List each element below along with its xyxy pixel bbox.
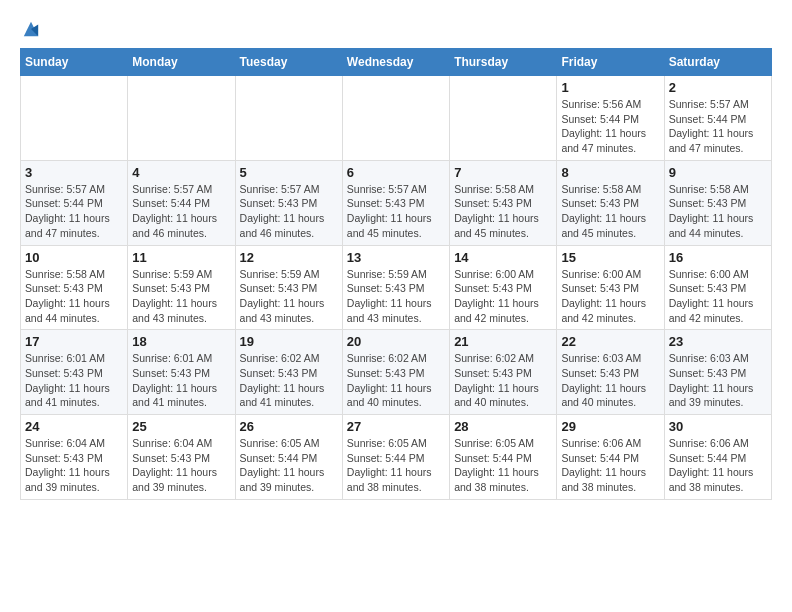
day-number: 5 <box>240 165 338 180</box>
calendar-cell: 24Sunrise: 6:04 AM Sunset: 5:43 PM Dayli… <box>21 415 128 500</box>
day-info: Sunrise: 5:57 AM Sunset: 5:44 PM Dayligh… <box>669 97 767 156</box>
day-number: 26 <box>240 419 338 434</box>
day-info: Sunrise: 6:00 AM Sunset: 5:43 PM Dayligh… <box>669 267 767 326</box>
day-number: 24 <box>25 419 123 434</box>
calendar-cell <box>450 76 557 161</box>
calendar-cell: 11Sunrise: 5:59 AM Sunset: 5:43 PM Dayli… <box>128 245 235 330</box>
day-number: 21 <box>454 334 552 349</box>
calendar-cell: 17Sunrise: 6:01 AM Sunset: 5:43 PM Dayli… <box>21 330 128 415</box>
day-info: Sunrise: 5:58 AM Sunset: 5:43 PM Dayligh… <box>561 182 659 241</box>
column-header-thursday: Thursday <box>450 49 557 76</box>
day-info: Sunrise: 6:04 AM Sunset: 5:43 PM Dayligh… <box>25 436 123 495</box>
day-number: 2 <box>669 80 767 95</box>
day-number: 12 <box>240 250 338 265</box>
day-number: 14 <box>454 250 552 265</box>
calendar-week-row: 17Sunrise: 6:01 AM Sunset: 5:43 PM Dayli… <box>21 330 772 415</box>
calendar-cell <box>342 76 449 161</box>
calendar-cell: 16Sunrise: 6:00 AM Sunset: 5:43 PM Dayli… <box>664 245 771 330</box>
column-header-sunday: Sunday <box>21 49 128 76</box>
logo <box>20 20 40 38</box>
calendar-cell: 26Sunrise: 6:05 AM Sunset: 5:44 PM Dayli… <box>235 415 342 500</box>
day-number: 4 <box>132 165 230 180</box>
day-number: 16 <box>669 250 767 265</box>
day-info: Sunrise: 5:59 AM Sunset: 5:43 PM Dayligh… <box>132 267 230 326</box>
day-info: Sunrise: 5:56 AM Sunset: 5:44 PM Dayligh… <box>561 97 659 156</box>
calendar-header-row: SundayMondayTuesdayWednesdayThursdayFrid… <box>21 49 772 76</box>
calendar-cell: 29Sunrise: 6:06 AM Sunset: 5:44 PM Dayli… <box>557 415 664 500</box>
day-info: Sunrise: 5:59 AM Sunset: 5:43 PM Dayligh… <box>240 267 338 326</box>
day-info: Sunrise: 5:57 AM Sunset: 5:44 PM Dayligh… <box>25 182 123 241</box>
day-number: 27 <box>347 419 445 434</box>
day-info: Sunrise: 6:02 AM Sunset: 5:43 PM Dayligh… <box>454 351 552 410</box>
day-info: Sunrise: 6:01 AM Sunset: 5:43 PM Dayligh… <box>25 351 123 410</box>
day-number: 9 <box>669 165 767 180</box>
calendar-cell: 25Sunrise: 6:04 AM Sunset: 5:43 PM Dayli… <box>128 415 235 500</box>
day-number: 11 <box>132 250 230 265</box>
calendar-cell: 12Sunrise: 5:59 AM Sunset: 5:43 PM Dayli… <box>235 245 342 330</box>
day-info: Sunrise: 6:05 AM Sunset: 5:44 PM Dayligh… <box>347 436 445 495</box>
day-number: 1 <box>561 80 659 95</box>
calendar-cell: 30Sunrise: 6:06 AM Sunset: 5:44 PM Dayli… <box>664 415 771 500</box>
day-number: 28 <box>454 419 552 434</box>
day-info: Sunrise: 5:59 AM Sunset: 5:43 PM Dayligh… <box>347 267 445 326</box>
calendar-cell: 4Sunrise: 5:57 AM Sunset: 5:44 PM Daylig… <box>128 160 235 245</box>
day-number: 17 <box>25 334 123 349</box>
day-number: 8 <box>561 165 659 180</box>
calendar-cell: 18Sunrise: 6:01 AM Sunset: 5:43 PM Dayli… <box>128 330 235 415</box>
calendar-cell: 15Sunrise: 6:00 AM Sunset: 5:43 PM Dayli… <box>557 245 664 330</box>
day-number: 15 <box>561 250 659 265</box>
day-info: Sunrise: 6:02 AM Sunset: 5:43 PM Dayligh… <box>347 351 445 410</box>
calendar-cell: 21Sunrise: 6:02 AM Sunset: 5:43 PM Dayli… <box>450 330 557 415</box>
column-header-saturday: Saturday <box>664 49 771 76</box>
calendar-cell <box>128 76 235 161</box>
column-header-monday: Monday <box>128 49 235 76</box>
day-number: 6 <box>347 165 445 180</box>
calendar-cell: 19Sunrise: 6:02 AM Sunset: 5:43 PM Dayli… <box>235 330 342 415</box>
day-info: Sunrise: 6:06 AM Sunset: 5:44 PM Dayligh… <box>669 436 767 495</box>
day-info: Sunrise: 5:57 AM Sunset: 5:44 PM Dayligh… <box>132 182 230 241</box>
day-info: Sunrise: 6:03 AM Sunset: 5:43 PM Dayligh… <box>669 351 767 410</box>
logo-icon <box>22 20 40 38</box>
day-info: Sunrise: 6:02 AM Sunset: 5:43 PM Dayligh… <box>240 351 338 410</box>
calendar-cell: 13Sunrise: 5:59 AM Sunset: 5:43 PM Dayli… <box>342 245 449 330</box>
calendar-cell: 1Sunrise: 5:56 AM Sunset: 5:44 PM Daylig… <box>557 76 664 161</box>
day-number: 25 <box>132 419 230 434</box>
calendar-cell: 14Sunrise: 6:00 AM Sunset: 5:43 PM Dayli… <box>450 245 557 330</box>
calendar-cell: 3Sunrise: 5:57 AM Sunset: 5:44 PM Daylig… <box>21 160 128 245</box>
day-info: Sunrise: 6:05 AM Sunset: 5:44 PM Dayligh… <box>454 436 552 495</box>
day-info: Sunrise: 6:04 AM Sunset: 5:43 PM Dayligh… <box>132 436 230 495</box>
day-number: 13 <box>347 250 445 265</box>
day-info: Sunrise: 6:06 AM Sunset: 5:44 PM Dayligh… <box>561 436 659 495</box>
day-number: 3 <box>25 165 123 180</box>
column-header-friday: Friday <box>557 49 664 76</box>
calendar-cell: 9Sunrise: 5:58 AM Sunset: 5:43 PM Daylig… <box>664 160 771 245</box>
calendar-cell: 10Sunrise: 5:58 AM Sunset: 5:43 PM Dayli… <box>21 245 128 330</box>
day-info: Sunrise: 5:58 AM Sunset: 5:43 PM Dayligh… <box>25 267 123 326</box>
calendar-cell: 20Sunrise: 6:02 AM Sunset: 5:43 PM Dayli… <box>342 330 449 415</box>
column-header-tuesday: Tuesday <box>235 49 342 76</box>
day-number: 7 <box>454 165 552 180</box>
day-number: 10 <box>25 250 123 265</box>
calendar-cell: 22Sunrise: 6:03 AM Sunset: 5:43 PM Dayli… <box>557 330 664 415</box>
calendar-cell: 28Sunrise: 6:05 AM Sunset: 5:44 PM Dayli… <box>450 415 557 500</box>
day-info: Sunrise: 5:57 AM Sunset: 5:43 PM Dayligh… <box>347 182 445 241</box>
day-number: 18 <box>132 334 230 349</box>
day-number: 23 <box>669 334 767 349</box>
day-info: Sunrise: 6:05 AM Sunset: 5:44 PM Dayligh… <box>240 436 338 495</box>
calendar-cell: 5Sunrise: 5:57 AM Sunset: 5:43 PM Daylig… <box>235 160 342 245</box>
calendar-cell: 8Sunrise: 5:58 AM Sunset: 5:43 PM Daylig… <box>557 160 664 245</box>
day-info: Sunrise: 5:58 AM Sunset: 5:43 PM Dayligh… <box>669 182 767 241</box>
column-header-wednesday: Wednesday <box>342 49 449 76</box>
day-info: Sunrise: 6:00 AM Sunset: 5:43 PM Dayligh… <box>561 267 659 326</box>
calendar-cell: 27Sunrise: 6:05 AM Sunset: 5:44 PM Dayli… <box>342 415 449 500</box>
day-number: 30 <box>669 419 767 434</box>
day-info: Sunrise: 5:58 AM Sunset: 5:43 PM Dayligh… <box>454 182 552 241</box>
calendar-cell <box>21 76 128 161</box>
day-info: Sunrise: 6:03 AM Sunset: 5:43 PM Dayligh… <box>561 351 659 410</box>
day-number: 19 <box>240 334 338 349</box>
calendar-table: SundayMondayTuesdayWednesdayThursdayFrid… <box>20 48 772 500</box>
day-info: Sunrise: 5:57 AM Sunset: 5:43 PM Dayligh… <box>240 182 338 241</box>
calendar-cell: 23Sunrise: 6:03 AM Sunset: 5:43 PM Dayli… <box>664 330 771 415</box>
page-header <box>20 20 772 38</box>
calendar-week-row: 10Sunrise: 5:58 AM Sunset: 5:43 PM Dayli… <box>21 245 772 330</box>
